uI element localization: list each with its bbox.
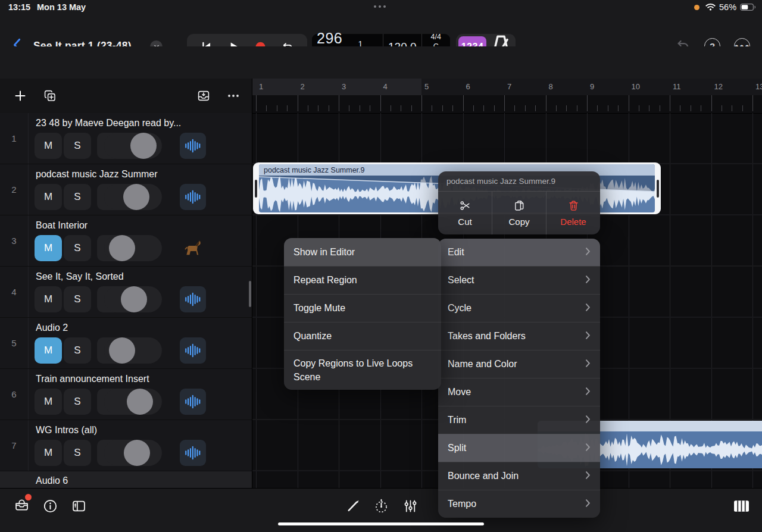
chevron-right-icon bbox=[585, 275, 591, 286]
chevron-right-icon bbox=[585, 331, 591, 342]
menu-item-bounce-and-join[interactable]: Bounce and Join bbox=[438, 462, 600, 490]
menu-item-cycle[interactable]: Cycle bbox=[438, 294, 600, 322]
ruler-tick bbox=[660, 105, 660, 111]
solo-button[interactable]: S bbox=[64, 286, 91, 312]
wifi-icon bbox=[705, 2, 716, 13]
submenu-item-show-in-editor[interactable]: Show in Editor bbox=[284, 238, 441, 266]
bar-ruler[interactable]: 12345678910111213 bbox=[252, 79, 762, 95]
track-row[interactable]: 123 48 by Maeve Deegan read by...MSR bbox=[0, 113, 252, 164]
mute-button[interactable]: M bbox=[35, 133, 62, 159]
solo-button[interactable]: S bbox=[64, 337, 91, 364]
submenu-item-copy-regions-to-live-loops-scene[interactable]: Copy Regions to Live Loops Scene bbox=[284, 350, 441, 390]
volume-knob[interactable] bbox=[124, 440, 150, 466]
mute-button[interactable]: M bbox=[35, 286, 62, 312]
partial-track-row[interactable]: Audio 6 bbox=[0, 471, 252, 488]
volume-knob[interactable] bbox=[123, 184, 149, 210]
ruler-tick bbox=[277, 105, 277, 111]
bar-number: 4 bbox=[383, 82, 388, 91]
volume-knob[interactable] bbox=[121, 286, 147, 312]
keyboard-button[interactable] bbox=[732, 496, 751, 515]
volume-slider[interactable] bbox=[104, 286, 162, 312]
track-import-button[interactable] bbox=[195, 87, 212, 104]
menu-item-move[interactable]: Move bbox=[438, 378, 600, 406]
mute-button[interactable]: M bbox=[35, 184, 62, 210]
submenu-item-toggle-mute[interactable]: Toggle Mute bbox=[284, 294, 441, 322]
solo-button[interactable]: S bbox=[64, 440, 91, 466]
ruler-tick bbox=[329, 105, 329, 111]
menu-item-select[interactable]: Select bbox=[438, 266, 600, 294]
delete-action-button[interactable]: Delete bbox=[546, 192, 600, 234]
track-row[interactable]: 3Boat InteriorMSR bbox=[0, 215, 252, 266]
track-number: 6 bbox=[0, 369, 29, 420]
ruler-tick bbox=[577, 105, 577, 111]
mute-button[interactable]: M bbox=[35, 440, 62, 466]
track-row[interactable]: 7WG Intros (all)MSR bbox=[0, 420, 252, 471]
menu-item-trim[interactable]: Trim bbox=[438, 406, 600, 434]
region-trim-handle-left[interactable] bbox=[255, 180, 257, 198]
clock-time: 13:15 bbox=[8, 2, 30, 12]
menu-item-takes-and-folders[interactable]: Takes and Folders bbox=[438, 322, 600, 350]
bar-number: 2 bbox=[301, 82, 305, 91]
submenu-item-repeat-region[interactable]: Repeat Region bbox=[284, 266, 441, 294]
track-more-button[interactable] bbox=[225, 87, 242, 104]
solo-button[interactable]: S bbox=[64, 389, 91, 415]
duplicate-track-button[interactable] bbox=[42, 87, 58, 104]
add-track-button[interactable] bbox=[12, 87, 29, 104]
ruler-tick bbox=[411, 105, 412, 111]
menu-item-edit[interactable]: Edit bbox=[438, 239, 600, 266]
notification-badge bbox=[25, 494, 32, 500]
volume-slider[interactable] bbox=[104, 235, 162, 261]
mute-button[interactable]: M bbox=[35, 235, 62, 261]
menu-item-name-and-color[interactable]: Name and Color bbox=[438, 350, 600, 378]
waveform-track-icon bbox=[180, 184, 206, 210]
region-trim-handle-right[interactable] bbox=[657, 180, 659, 198]
region-context-menu: podcast music Jazz Summer.9 CutCopyDelet… bbox=[438, 171, 600, 518]
volume-knob[interactable] bbox=[127, 389, 153, 415]
volume-slider[interactable] bbox=[104, 337, 162, 364]
copy-action-button[interactable]: Copy bbox=[492, 192, 546, 234]
browser-button[interactable] bbox=[12, 496, 31, 515]
ruler-tick bbox=[546, 95, 546, 111]
solo-button[interactable]: S bbox=[64, 235, 91, 261]
info-button[interactable] bbox=[40, 496, 60, 515]
ruler-tick bbox=[473, 105, 474, 111]
action-label: Delete bbox=[560, 217, 586, 227]
mute-button[interactable]: M bbox=[35, 389, 62, 415]
track-panel-scrollbar[interactable] bbox=[249, 281, 251, 307]
home-indicator[interactable] bbox=[278, 522, 484, 525]
menu-item-label: Tempo bbox=[448, 499, 476, 509]
pencil-editor-button[interactable] bbox=[343, 496, 362, 515]
menu-item-label: Takes and Folders bbox=[448, 331, 526, 342]
tuner-button[interactable] bbox=[371, 496, 391, 515]
volume-knob[interactable] bbox=[109, 337, 135, 364]
solo-button[interactable]: S bbox=[64, 184, 91, 210]
solo-button[interactable]: S bbox=[64, 133, 91, 159]
ruler-tick bbox=[639, 105, 639, 111]
volume-slider[interactable] bbox=[104, 440, 162, 466]
menu-item-tempo[interactable]: Tempo bbox=[438, 490, 600, 518]
chevron-right-icon bbox=[585, 499, 591, 510]
inspector-button[interactable] bbox=[69, 496, 88, 515]
menu-item-label: Name and Color bbox=[448, 359, 517, 370]
volume-slider[interactable] bbox=[104, 133, 162, 159]
mute-button[interactable]: M bbox=[35, 337, 62, 364]
track-row[interactable]: 6Train announcement InsertMSR bbox=[0, 369, 252, 420]
submenu-item-quantize[interactable]: Quantize bbox=[284, 322, 441, 350]
volume-slider[interactable] bbox=[104, 184, 162, 210]
menu-item-split[interactable]: Split bbox=[438, 434, 600, 462]
ruler-tick bbox=[349, 105, 349, 111]
track-row[interactable]: 5Audio 2MSR bbox=[0, 318, 252, 368]
ruler-tick bbox=[360, 105, 360, 111]
track-number: 7 bbox=[0, 420, 29, 471]
mixer-button[interactable] bbox=[401, 496, 420, 515]
track-row[interactable]: 2podcast music Jazz SummerMSR bbox=[0, 164, 252, 215]
submenu-item-label: Copy Regions to Live Loops Scene bbox=[293, 356, 432, 384]
cut-action-button[interactable]: Cut bbox=[438, 192, 492, 234]
menu-item-label: Split bbox=[448, 443, 466, 453]
track-row[interactable]: 4See It, Say It, SortedMSR bbox=[0, 267, 252, 317]
volume-knob[interactable] bbox=[109, 235, 135, 261]
edit-submenu: Show in EditorRepeat RegionToggle MuteQu… bbox=[284, 238, 441, 390]
bar-number: 3 bbox=[342, 82, 346, 91]
volume-knob[interactable] bbox=[130, 133, 157, 159]
volume-slider[interactable] bbox=[104, 389, 162, 415]
